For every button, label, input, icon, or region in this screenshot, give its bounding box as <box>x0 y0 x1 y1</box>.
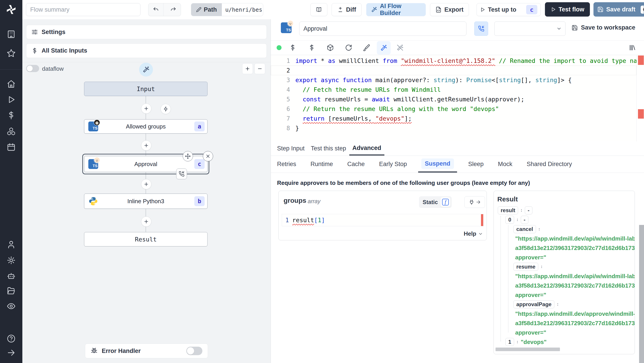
tab-cache[interactable]: Cache <box>344 156 368 173</box>
input-node[interactable]: Input <box>84 82 208 96</box>
json-key[interactable]: 1 <box>505 338 514 346</box>
code-line[interactable]: 4 // Fetch the resume URLs from Windmill <box>271 85 636 95</box>
export-button[interactable]: Export <box>430 3 469 16</box>
groups-expression-editor[interactable]: 1 result[1] <box>282 214 484 226</box>
tab-advanced[interactable]: Advanced <box>349 141 384 156</box>
resources-icon[interactable] <box>7 127 16 137</box>
dataflow-toggle[interactable] <box>26 65 39 72</box>
add-step-button[interactable] <box>141 103 152 114</box>
suspend-phone-button[interactable] <box>474 22 488 36</box>
json-row[interactable]: cancel: <box>494 224 635 234</box>
tag-select[interactable] <box>494 22 566 36</box>
variables-icon[interactable] <box>7 111 16 121</box>
code-line[interactable]: 3export async function main(approver?: s… <box>271 75 636 85</box>
trigger-button[interactable] <box>160 104 171 114</box>
workspace-icon[interactable] <box>7 30 16 40</box>
json-row[interactable]: 0:- <box>494 215 635 224</box>
json-row[interactable]: 1:"devops" <box>494 337 635 347</box>
package-icon[interactable] <box>327 44 334 52</box>
connect-input-button[interactable] <box>464 196 485 208</box>
json-key[interactable]: approvalPage <box>514 300 554 308</box>
json-row[interactable]: resume: <box>494 262 635 271</box>
save-draft-button[interactable]: Save draft C <box>594 2 644 17</box>
all-static-inputs-button[interactable]: All Static Inputs <box>26 44 267 58</box>
json-key[interactable]: resume <box>514 263 538 271</box>
code-editor[interactable]: 1import * as wmillClient from "windmill-… <box>271 55 644 141</box>
undo-button[interactable] <box>148 3 164 16</box>
code-line[interactable]: 2 <box>271 66 636 75</box>
help-icon[interactable] <box>7 334 16 344</box>
windmill-logo[interactable] <box>5 4 17 16</box>
schedules-icon[interactable] <box>7 143 16 152</box>
error-handler-card[interactable]: Error Handler <box>85 343 208 358</box>
path-button[interactable]: Path u/henri/bes <box>191 3 263 16</box>
json-key[interactable]: cancel <box>514 225 536 233</box>
library-icon[interactable] <box>628 44 636 52</box>
step-node-inline-python3[interactable]: Inline Python3 b <box>84 194 208 209</box>
horizontal-scrollbar[interactable] <box>496 347 560 351</box>
tab-runtime[interactable]: Runtime <box>308 156 336 173</box>
code-line[interactable]: 5 const resumeUrls = await wmillClient.g… <box>271 95 636 104</box>
collapse-toggle[interactable]: - <box>525 206 532 214</box>
page-scrollbar[interactable] <box>639 225 644 363</box>
step-node-allowed-groups[interactable]: TS Allowed groups a <box>84 119 208 134</box>
settings-icon[interactable] <box>7 256 16 266</box>
ai-graph-wand-button[interactable] <box>139 63 153 77</box>
json-key[interactable]: result <box>498 206 518 214</box>
tab-step-input[interactable]: Step Input <box>274 141 308 156</box>
result-node[interactable]: Result <box>84 232 208 246</box>
home-icon[interactable] <box>7 80 16 89</box>
tab-suspend[interactable]: Suspend <box>418 156 457 173</box>
tab-mock[interactable]: Mock <box>495 156 516 173</box>
runs-icon[interactable] <box>7 95 16 105</box>
result-json-tree[interactable]: result:-0:-cancel:"https://app.windmill.… <box>494 206 635 347</box>
fx-icon[interactable]: f <box>440 197 450 207</box>
diff-button[interactable]: Diff <box>332 3 362 16</box>
code-line[interactable]: 7 return [resumeUrls, "devops"]; <box>271 114 636 123</box>
test-flow-button[interactable]: Test flow <box>545 2 590 17</box>
error-handler-toggle[interactable] <box>186 347 202 355</box>
format-brush-icon[interactable] <box>363 44 370 52</box>
json-row[interactable]: result:- <box>494 206 635 215</box>
docs-button[interactable] <box>310 3 327 16</box>
static-fx-toggle[interactable]: Static f <box>419 196 452 208</box>
collapse-toggle[interactable]: - <box>521 216 528 224</box>
ai-disabled-icon[interactable] <box>396 44 404 52</box>
save-to-workspace-button[interactable]: Save to workspace <box>572 24 635 31</box>
workers-icon[interactable] <box>7 271 16 281</box>
json-row[interactable]: approvalPage: <box>494 300 635 309</box>
test-up-to-button[interactable]: Test up to c <box>476 3 541 16</box>
expand-sidebar-icon[interactable] <box>7 348 16 358</box>
add-step-button[interactable] <box>141 179 152 189</box>
tab-early-stop[interactable]: Early Stop <box>376 156 410 173</box>
move-step-button[interactable] <box>183 151 193 161</box>
add-step-button[interactable] <box>141 140 152 151</box>
zoom-in-button[interactable] <box>242 63 253 74</box>
code-line[interactable]: 8} <box>271 123 636 133</box>
flow-summary-input[interactable] <box>26 3 140 16</box>
zoom-out-button[interactable] <box>254 63 265 74</box>
resource-picker-icon[interactable] <box>308 44 315 52</box>
folders-icon[interactable] <box>7 286 16 296</box>
tab-test-this-step[interactable]: Test this step <box>308 141 349 156</box>
audit-logs-icon[interactable] <box>7 302 16 311</box>
code-line[interactable]: 1import * as wmillClient from "windmill-… <box>271 56 636 66</box>
help-dropdown[interactable]: Help <box>464 230 483 237</box>
delete-step-button[interactable] <box>203 151 213 161</box>
tab-sleep[interactable]: Sleep <box>465 156 487 173</box>
code-line[interactable]: 6 // Return the resume URLs along with t… <box>271 104 636 114</box>
reload-icon[interactable] <box>345 44 352 52</box>
ai-assist-icon[interactable] <box>377 41 391 55</box>
tab-shared-directory[interactable]: Shared Directory <box>524 156 575 173</box>
users-icon[interactable] <box>7 240 16 250</box>
favorites-icon[interactable] <box>7 49 16 59</box>
flow-settings-button[interactable]: Settings <box>26 25 267 39</box>
redo-button[interactable] <box>166 3 181 16</box>
step-name-input[interactable] <box>299 22 466 36</box>
overview-ruler[interactable] <box>636 55 644 141</box>
variable-picker-icon[interactable] <box>289 44 296 52</box>
add-step-button[interactable] <box>141 216 152 227</box>
json-key[interactable]: 0 <box>505 216 514 224</box>
ai-flow-builder-button[interactable]: AI Flow Builder <box>366 3 426 16</box>
tab-retries[interactable]: Retries <box>274 156 300 173</box>
